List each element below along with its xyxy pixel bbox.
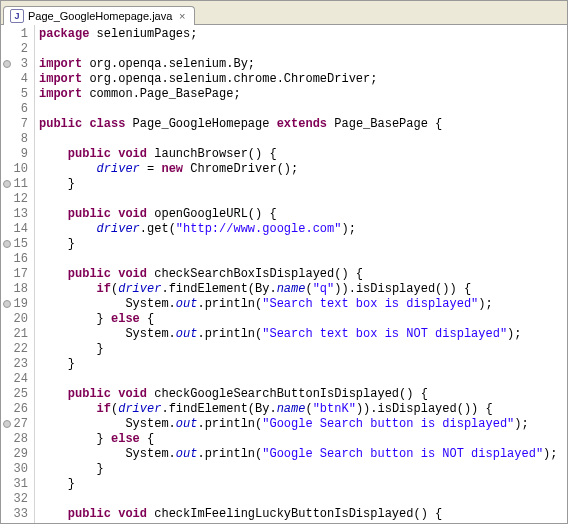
line-number: 9: [1, 147, 28, 162]
code-line[interactable]: }: [39, 177, 567, 192]
line-number: 2: [1, 42, 28, 57]
line-number: 19: [1, 297, 28, 312]
code-line[interactable]: } else {: [39, 312, 567, 327]
code-line[interactable]: System.out.println("Search text box is N…: [39, 327, 567, 342]
code-line[interactable]: driver.get("http://www.google.com");: [39, 222, 567, 237]
code-line[interactable]: }: [39, 357, 567, 372]
code-line[interactable]: [39, 132, 567, 147]
line-number: 15: [1, 237, 28, 252]
line-number: 8: [1, 132, 28, 147]
line-number: 27: [1, 417, 28, 432]
code-line[interactable]: package seleniumPages;: [39, 27, 567, 42]
line-number: 29: [1, 447, 28, 462]
line-number: 11: [1, 177, 28, 192]
code-line[interactable]: [39, 42, 567, 57]
code-line[interactable]: }: [39, 342, 567, 357]
editor-tab[interactable]: J Page_GoogleHomepage.java ×: [3, 6, 195, 25]
code-line[interactable]: [39, 492, 567, 507]
code-line[interactable]: public void checkGoogleSearchButtonIsDis…: [39, 387, 567, 402]
fold-marker-icon[interactable]: [3, 60, 11, 68]
code-line[interactable]: import org.openqa.selenium.By;: [39, 57, 567, 72]
tab-title: Page_GoogleHomepage.java: [28, 10, 172, 22]
fold-marker-icon[interactable]: [3, 240, 11, 248]
line-gutter: 1234567891011121314151617181920212223242…: [1, 25, 35, 523]
code-line[interactable]: public void launchBrowser() {: [39, 147, 567, 162]
line-number: 25: [1, 387, 28, 402]
line-number: 17: [1, 267, 28, 282]
fold-marker-icon[interactable]: [3, 300, 11, 308]
fold-marker-icon[interactable]: [3, 180, 11, 188]
code-line[interactable]: }: [39, 477, 567, 492]
line-number: 23: [1, 357, 28, 372]
code-area[interactable]: package seleniumPages; import org.openqa…: [35, 25, 567, 523]
line-number: 1: [1, 27, 28, 42]
code-editor[interactable]: 1234567891011121314151617181920212223242…: [1, 25, 567, 523]
line-number: 3: [1, 57, 28, 72]
tab-bar: J Page_GoogleHomepage.java ×: [1, 1, 567, 25]
line-number: 24: [1, 372, 28, 387]
line-number: 7: [1, 117, 28, 132]
code-line[interactable]: public void checkSearchBoxIsDisplayed() …: [39, 267, 567, 282]
line-number: 28: [1, 432, 28, 447]
fold-marker-icon[interactable]: [3, 420, 11, 428]
code-line[interactable]: driver = new ChromeDriver();: [39, 162, 567, 177]
code-line[interactable]: if(driver.findElement(By.name("btnK")).i…: [39, 402, 567, 417]
line-number: 32: [1, 492, 28, 507]
code-line[interactable]: }: [39, 462, 567, 477]
line-number: 18: [1, 282, 28, 297]
line-number: 14: [1, 222, 28, 237]
line-number: 21: [1, 327, 28, 342]
line-number: 26: [1, 402, 28, 417]
close-icon[interactable]: ×: [176, 10, 188, 22]
line-number: 5: [1, 87, 28, 102]
line-number: 31: [1, 477, 28, 492]
line-number: 30: [1, 462, 28, 477]
code-line[interactable]: if(driver.findElement(By.name("q")).isDi…: [39, 282, 567, 297]
code-line[interactable]: System.out.println("Search text box is d…: [39, 297, 567, 312]
code-line[interactable]: System.out.println("Google Search button…: [39, 447, 567, 462]
code-line[interactable]: import org.openqa.selenium.chrome.Chrome…: [39, 72, 567, 87]
code-line[interactable]: System.out.println("Google Search button…: [39, 417, 567, 432]
line-number: 13: [1, 207, 28, 222]
line-number: 12: [1, 192, 28, 207]
code-line[interactable]: import common.Page_BasePage;: [39, 87, 567, 102]
line-number: 16: [1, 252, 28, 267]
line-number: 33: [1, 507, 28, 522]
line-number: 4: [1, 72, 28, 87]
code-line[interactable]: [39, 252, 567, 267]
code-line[interactable]: }: [39, 237, 567, 252]
code-line[interactable]: public void checkImFeelingLuckyButtonIsD…: [39, 507, 567, 522]
code-line[interactable]: [39, 192, 567, 207]
line-number: 10: [1, 162, 28, 177]
code-line[interactable]: } else {: [39, 432, 567, 447]
code-line[interactable]: [39, 372, 567, 387]
line-number: 22: [1, 342, 28, 357]
code-line[interactable]: public class Page_GoogleHomepage extends…: [39, 117, 567, 132]
line-number: 20: [1, 312, 28, 327]
code-line[interactable]: [39, 102, 567, 117]
java-file-icon: J: [10, 9, 24, 23]
code-line[interactable]: public void openGoogleURL() {: [39, 207, 567, 222]
line-number: 6: [1, 102, 28, 117]
